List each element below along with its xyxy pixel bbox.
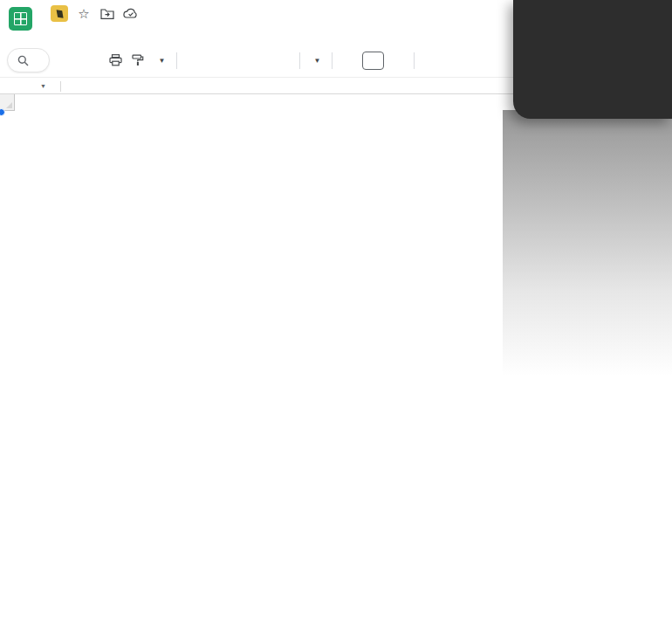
overlay-panel: [513, 0, 672, 119]
chevron-down-icon: ▼: [314, 57, 321, 65]
toolbar-divider: [414, 52, 415, 69]
paint-roller-icon: [132, 54, 144, 66]
percent-format-button[interactable]: [206, 50, 226, 71]
highlighted-doc-icon[interactable]: [51, 5, 68, 22]
spreadsheet-grid: [0, 94, 672, 641]
decrease-decimal-button[interactable]: [229, 50, 249, 71]
menus-search-button[interactable]: [7, 48, 50, 72]
toolbar-divider: [299, 52, 300, 69]
decrease-font-size-button[interactable]: [339, 50, 359, 71]
sheets-logo-icon[interactable]: [9, 7, 32, 31]
printer-icon: [109, 54, 122, 66]
search-icon: [17, 55, 29, 66]
zoom-control[interactable]: ▼: [151, 50, 171, 71]
select-all-corner[interactable]: [0, 94, 15, 111]
increase-font-size-button[interactable]: [388, 50, 408, 71]
formula-bar-divider: [60, 81, 61, 92]
selection-box[interactable]: [0, 111, 3, 114]
toolbar-divider: [332, 52, 333, 69]
star-icon[interactable]: ☆: [76, 6, 92, 22]
sheets-grid-glyph: [14, 12, 27, 25]
redo-button[interactable]: [83, 50, 103, 71]
move-folder-icon[interactable]: [99, 6, 115, 22]
increase-decimal-button[interactable]: [251, 50, 271, 71]
dark-flag-glyph: [55, 9, 65, 19]
print-button[interactable]: [106, 50, 126, 71]
cloud-status-icon[interactable]: [123, 6, 139, 22]
google-sheets-app: ☆: [0, 0, 672, 641]
font-selector[interactable]: ▼: [306, 50, 326, 71]
chevron-down-icon[interactable]: ▼: [40, 83, 46, 89]
toolbar-divider: [176, 52, 177, 69]
font-size-input[interactable]: [362, 52, 384, 70]
paint-format-button[interactable]: [128, 50, 148, 71]
more-formats-button[interactable]: [274, 50, 294, 71]
bold-button[interactable]: [421, 50, 441, 71]
undo-button[interactable]: [60, 50, 80, 71]
chevron-down-icon: ▼: [159, 57, 166, 65]
currency-format-button[interactable]: [183, 50, 203, 71]
